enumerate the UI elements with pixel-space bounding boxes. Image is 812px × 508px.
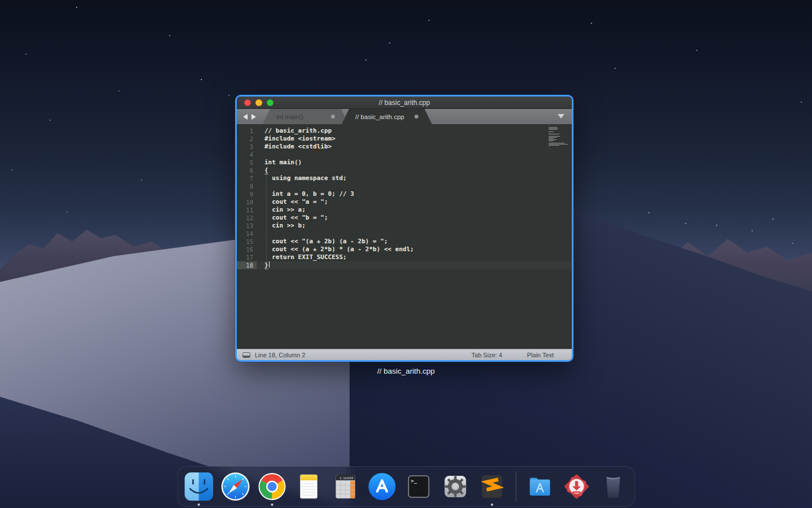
sublime-text-icon [478,472,507,501]
code-text: return EXIT_SUCCESS; [264,253,347,261]
notes-icon [294,472,324,501]
line-number: 13 [237,222,257,230]
code-line: 14 [237,230,572,238]
line-number: 8 [237,182,257,190]
dock-item-trash[interactable] [599,472,628,501]
nav-forward-icon[interactable] [251,114,256,120]
calculator-icon: 3.141593 [331,472,360,501]
line-number: 12 [237,214,257,222]
code-text: cout << "(a + 2b) (a - 2b) = "; [264,238,388,246]
code-text: cout << (a + 2*b) * (a - 2*b) << endl; [264,246,414,253]
tab-overflow-icon[interactable] [558,114,564,119]
window-titlebar[interactable]: // basic_arith.cpp [237,97,572,109]
system-preferences-icon [441,472,470,501]
tab-basic-arith[interactable]: // basic_arith.cpp [342,109,432,124]
terminal-icon: >_ [404,472,434,501]
line-number: 4 [237,151,257,159]
indent-guide [266,174,267,261]
line-number: 6 [237,167,257,174]
dock-item-calculator[interactable]: 3.141593 [331,472,360,501]
code-text: int a = 0, b = 0; // 3 [264,190,354,198]
nav-back-icon[interactable] [243,114,248,120]
panel-toggle-icon[interactable] [242,352,250,358]
code-text: cin >> a; [264,206,306,214]
line-number: 16 [237,246,257,253]
tab-int-main[interactable]: int main() [263,109,348,124]
code-line: 18 } [237,261,572,269]
code-line: 8 [237,182,572,190]
tab-label: int main() [276,113,303,120]
code-text: #include <iostream> [264,135,336,143]
chrome-icon [258,472,287,501]
tab-bar: int main() // basic_arith.cpp [237,109,572,124]
code-line: 16 cout << (a + 2*b) * (a - 2*b) << endl… [237,246,572,253]
line-number: 2 [237,135,257,143]
code-text: // basic_arith.cpp [264,127,332,135]
dock-item-sublime-text[interactable] [478,472,507,501]
window-caption: // basic_arith.cpp [235,367,577,375]
code-line: 11 cin >> a; [237,206,572,214]
text-cursor [269,261,270,268]
code-text: using namespace std; [264,174,347,182]
code-line: 7 using namespace std; [237,174,572,182]
applications-folder-icon [526,472,555,501]
code-area[interactable]: 1 // basic_arith.cpp 2 #include <iostrea… [237,124,572,269]
code-text: } [264,261,270,269]
code-line: 4 [237,151,572,159]
code-text: cout << "b = "; [264,214,328,222]
tabs: int main() // basic_arith.cpp [263,109,432,124]
line-number: 5 [237,159,257,167]
line-number: 11 [237,206,257,214]
line-number: 17 [237,253,257,261]
code-text: int main() [264,159,302,167]
dock-item-safari[interactable] [221,472,250,501]
dock-item-notes[interactable] [294,472,324,501]
calculator-display: 3.141593 [339,476,353,480]
dock-item-finder[interactable] [184,472,214,501]
dock-item-terminal[interactable]: >_ [404,472,434,501]
dock-item-applications-folder[interactable] [526,472,555,501]
sublime-text-window: // basic_arith.cpp int main() // basic_a… [235,95,573,362]
line-number: 10 [237,198,257,206]
wallpaper-stars [0,0,1,1]
terminal-prompt: >_ [411,478,417,484]
code-text: #include <cstdlib> [264,143,332,151]
line-number: 1 [237,127,257,135]
minimap[interactable] [549,127,570,147]
line-number: 7 [237,174,257,182]
code-line: 13 cin >> b; [237,222,572,230]
dock-item-chrome[interactable] [258,472,287,501]
code-line: 10 cout << "a = "; [237,198,572,206]
line-number: 9 [237,190,257,198]
line-number: 18 [237,261,257,269]
status-bar: Line 18, Column 2 Tab Size: 4 Plain Text [237,349,572,360]
code-text: { [264,167,268,174]
code-line: 15 cout << "(a + 2b) (a - 2b) = "; [237,238,572,246]
finder-icon [184,472,214,501]
dock-item-app-store[interactable] [368,472,397,501]
cursor-position[interactable]: Line 18, Column 2 [255,352,471,358]
code-line: 3 #include <cstdlib> [237,143,572,151]
trash-icon [599,472,628,501]
code-line: 5 int main() [237,159,572,167]
editor[interactable]: 1 // basic_arith.cpp 2 #include <iostrea… [237,124,572,349]
code-line: 6 { [237,167,572,174]
code-line: 17 return EXIT_SUCCESS; [237,253,572,261]
code-line: 1 // basic_arith.cpp [237,127,572,135]
dock-item-downloads[interactable] [562,472,592,501]
dock-item-system-preferences[interactable] [441,472,470,501]
window-title: // basic_arith.cpp [237,97,572,108]
code-text: cin >> b; [264,222,306,230]
line-number: 3 [237,143,257,151]
tab-nav [237,109,263,124]
line-number: 14 [237,230,257,238]
modified-dot-icon [331,115,335,119]
code-line: 9 int a = 0, b = 0; // 3 [237,190,572,198]
line-number: 15 [237,238,257,246]
tab-size-indicator[interactable]: Tab Size: 4 [471,352,502,358]
download-manager-icon [562,472,592,501]
safari-icon [221,472,250,501]
code-line: 12 cout << "b = "; [237,214,572,222]
syntax-mode-indicator[interactable]: Plain Text [527,352,554,358]
app-store-icon [368,472,397,501]
